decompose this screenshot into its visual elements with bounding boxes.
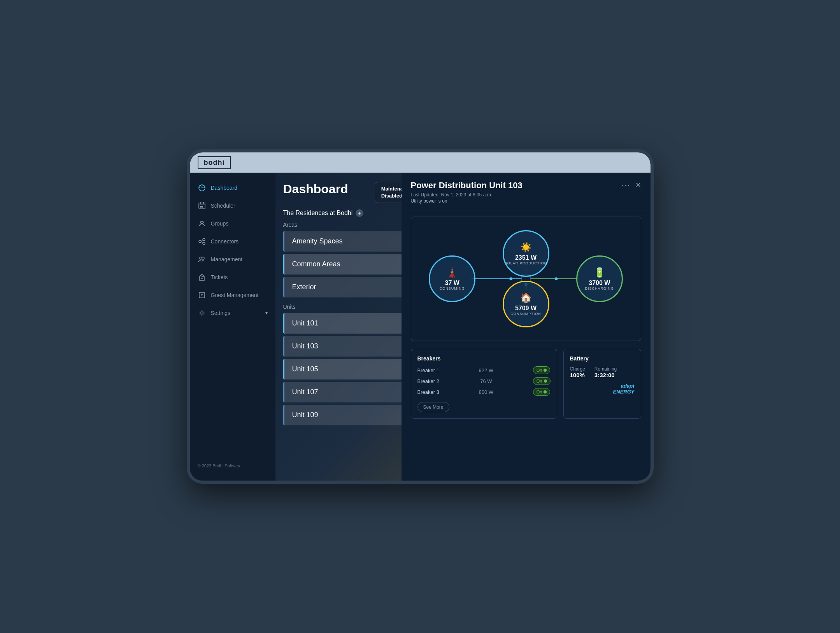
top-bar: bodhi bbox=[190, 152, 651, 173]
grid-node[interactable]: 🗼 37 W CONSUMING bbox=[429, 255, 475, 302]
breaker3-toggle[interactable]: On bbox=[533, 388, 551, 396]
grid-value: 37 W bbox=[445, 280, 459, 287]
sidebar-item-settings[interactable]: Settings ▾ bbox=[190, 304, 275, 322]
sidebar-item-guest-management[interactable]: Guest Management bbox=[190, 286, 275, 304]
breaker1-toggle[interactable]: On bbox=[533, 366, 551, 374]
sidebar-item-dashboard[interactable]: Dashboard bbox=[190, 179, 275, 197]
battery-info-section: Battery Charge 100% Remaining 3:32:00 bbox=[563, 349, 641, 419]
footer-copyright: © 2023 Bodhi Software bbox=[190, 457, 275, 474]
solar-label: SOLAR PRODUCTION bbox=[505, 261, 547, 265]
charge-label: Charge bbox=[570, 366, 585, 372]
logo: bodhi bbox=[198, 156, 231, 169]
consumption-value: 5709 W bbox=[515, 305, 537, 312]
svg-point-18 bbox=[509, 277, 512, 280]
lower-panels: Breakers Breaker 1 922 W On bbox=[411, 349, 641, 419]
breaker2-toggle[interactable]: On bbox=[533, 377, 551, 385]
sidebar-item-scheduler[interactable]: Scheduler bbox=[190, 197, 275, 215]
sidebar-item-groups[interactable]: Groups bbox=[190, 215, 275, 233]
svg-rect-3 bbox=[202, 206, 203, 207]
svg-point-4 bbox=[200, 221, 203, 224]
sidebar-item-tickets[interactable]: Tickets bbox=[190, 268, 275, 286]
consumption-label: CONSUMPTION bbox=[510, 312, 541, 316]
dashboard-icon bbox=[198, 184, 206, 192]
toggle-dot-3 bbox=[544, 390, 547, 393]
remaining-value: 3:32:00 bbox=[594, 372, 617, 378]
svg-rect-2 bbox=[200, 206, 201, 207]
page-title: Dashboard bbox=[283, 182, 348, 196]
svg-point-12 bbox=[201, 312, 203, 314]
breaker-row-3: Breaker 3 800 W On bbox=[417, 388, 551, 396]
svg-point-7 bbox=[203, 242, 205, 245]
toggle-dot-1 bbox=[544, 369, 547, 372]
sidebar-label-scheduler: Scheduler bbox=[211, 203, 235, 209]
charge-value: 100% bbox=[570, 372, 585, 378]
breaker1-status: On bbox=[537, 368, 542, 372]
svg-point-10 bbox=[202, 278, 202, 279]
panel-actions: ··· ✕ bbox=[622, 180, 641, 189]
energy-nodes: ☀️ 2351 W SOLAR PRODUCTION 🗼 37 W CONSUM… bbox=[421, 226, 631, 331]
power-distribution-panel: Power Distribution Unit 103 ··· ✕ Last U… bbox=[402, 173, 651, 481]
guest-management-icon bbox=[198, 291, 206, 299]
groups-icon bbox=[198, 219, 206, 228]
sidebar-item-connectors[interactable]: Connectors bbox=[190, 233, 275, 250]
panel-menu-button[interactable]: ··· bbox=[622, 180, 631, 189]
management-icon bbox=[198, 255, 206, 264]
settings-icon bbox=[198, 309, 206, 317]
connectors-icon bbox=[198, 237, 206, 246]
content-area: Dashboard Maintenance Mo... Disabled The… bbox=[275, 173, 651, 481]
sidebar-label-tickets: Tickets bbox=[211, 274, 228, 280]
panel-utility-status: Utility power is on bbox=[411, 198, 641, 204]
battery-info-title: Battery bbox=[570, 355, 635, 362]
adapt-logo-line1: adapt bbox=[570, 383, 635, 389]
panel-close-button[interactable]: ✕ bbox=[635, 181, 641, 189]
consumption-node[interactable]: 🏠 5709 W CONSUMPTION bbox=[503, 281, 549, 327]
breakers-title: Breakers bbox=[417, 355, 551, 362]
solar-node[interactable]: ☀️ 2351 W SOLAR PRODUCTION bbox=[503, 230, 549, 277]
sidebar-label-groups: Groups bbox=[211, 220, 229, 227]
solar-value: 2351 W bbox=[515, 254, 537, 261]
breaker3-status: On bbox=[537, 390, 542, 394]
battery-icon: 🔋 bbox=[594, 267, 605, 278]
svg-point-5 bbox=[199, 240, 201, 243]
breaker2-status: On bbox=[537, 379, 542, 383]
sidebar-label-management: Management bbox=[211, 256, 243, 262]
see-more-button[interactable]: See More bbox=[417, 402, 449, 412]
consumption-icon: 🏠 bbox=[520, 292, 532, 303]
breaker-row-2: Breaker 2 76 W On bbox=[417, 377, 551, 385]
tablet-frame: bodhi Dashboard bbox=[187, 149, 654, 484]
energy-diagram: ☀️ 2351 W SOLAR PRODUCTION 🗼 37 W CONSUM… bbox=[411, 217, 641, 341]
adapt-energy-logo: adapt ENERGY bbox=[570, 383, 635, 395]
sidebar-item-management[interactable]: Management bbox=[190, 250, 275, 268]
adapt-logo-line2: ENERGY bbox=[570, 389, 635, 395]
residences-label: The Residences at Bodhi bbox=[283, 210, 353, 217]
battery-node[interactable]: 🔋 3700 W DISCHARGING bbox=[576, 255, 623, 302]
add-residence-button[interactable]: + bbox=[356, 209, 363, 217]
svg-rect-11 bbox=[199, 292, 205, 298]
battery-value: 3700 W bbox=[589, 280, 610, 287]
grid-icon: 🗼 bbox=[446, 267, 458, 278]
toggle-dot-2 bbox=[544, 379, 547, 383]
panel-body: ☀️ 2351 W SOLAR PRODUCTION 🗼 37 W CONSUM… bbox=[402, 210, 651, 481]
sidebar-label-connectors: Connectors bbox=[211, 238, 239, 245]
breaker2-value: 76 W bbox=[480, 378, 492, 384]
sidebar: Dashboard Scheduler bbox=[190, 173, 275, 481]
settings-chevron-icon: ▾ bbox=[265, 310, 268, 316]
remaining-label: Remaining bbox=[594, 366, 617, 372]
panel-header: Power Distribution Unit 103 ··· ✕ Last U… bbox=[402, 173, 651, 210]
grid-label: CONSUMING bbox=[440, 287, 465, 290]
breaker1-name: Breaker 1 bbox=[417, 367, 439, 373]
breaker2-name: Breaker 2 bbox=[417, 378, 439, 384]
battery-charge-stat: Charge 100% bbox=[570, 366, 585, 378]
sidebar-label-guest-management: Guest Management bbox=[211, 292, 259, 298]
battery-info: Charge 100% Remaining 3:32:00 bbox=[570, 366, 635, 378]
sidebar-label-settings: Settings bbox=[211, 310, 231, 316]
sidebar-label-dashboard: Dashboard bbox=[211, 185, 238, 191]
tickets-icon bbox=[198, 273, 206, 282]
scheduler-icon bbox=[198, 201, 206, 210]
panel-title: Power Distribution Unit 103 bbox=[411, 180, 523, 191]
breaker3-value: 800 W bbox=[479, 389, 494, 395]
breaker-row-1: Breaker 1 922 W On bbox=[417, 366, 551, 374]
battery-label: DISCHARGING bbox=[585, 287, 614, 290]
breakers-section: Breakers Breaker 1 922 W On bbox=[411, 349, 557, 419]
breaker3-name: Breaker 3 bbox=[417, 389, 439, 395]
